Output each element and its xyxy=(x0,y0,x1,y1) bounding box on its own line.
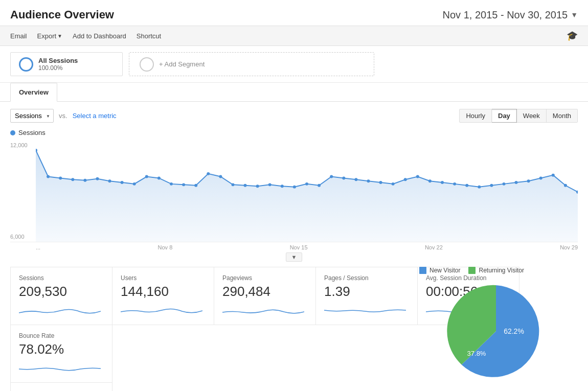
help-icon[interactable]: 🎓 xyxy=(567,30,578,41)
metric-select-wrap: Sessions xyxy=(10,109,54,123)
add-segment-label: + Add Segment xyxy=(159,60,205,68)
pie-chart-svg: 62.2% 37.8% xyxy=(445,280,547,382)
date-range-picker[interactable]: Nov 1, 2015 - Nov 30, 2015 ▼ xyxy=(443,9,578,21)
new-sessions-card-wrap: % New Sessions 62.15% xyxy=(10,382,578,392)
metric-users-value: 144,160 xyxy=(121,284,206,300)
chart-data-point xyxy=(453,182,456,185)
y-label-bottom: 6,000 xyxy=(10,234,36,240)
sessions-legend-dot xyxy=(10,130,15,135)
add-to-dashboard-button[interactable]: Add to Dashboard xyxy=(73,32,126,40)
metric-bounce-label: Bounce Rate xyxy=(19,332,104,339)
segments-bar: All Sessions 100.00% + Add Segment xyxy=(0,46,588,83)
chart-legend: Sessions xyxy=(0,127,588,140)
chart-data-point xyxy=(354,178,357,181)
chart-data-point xyxy=(416,175,419,178)
month-button[interactable]: Month xyxy=(547,109,578,123)
metric-new-sessions: % New Sessions 62.15% xyxy=(10,382,112,392)
chart-data-point xyxy=(465,183,468,187)
returning-visitor-legend: Returning Visitor xyxy=(468,267,524,274)
chart-data-point xyxy=(515,180,518,183)
chart-data-point xyxy=(379,180,382,183)
chart-data-point xyxy=(539,176,542,179)
tabs-bar: Overview xyxy=(0,83,588,102)
chart-data-point xyxy=(342,176,345,179)
new-pct-label: 62.2% xyxy=(504,327,524,335)
metric-sessions-value: 209,530 xyxy=(19,284,104,300)
chart-data-point xyxy=(59,176,62,179)
segment-circle-icon xyxy=(19,57,33,72)
chart-data-point xyxy=(367,179,370,182)
x-label-nov15: Nov 15 xyxy=(290,244,308,250)
segment-name: All Sessions xyxy=(38,57,78,64)
time-buttons-group: Hourly Day Week Month xyxy=(459,109,578,123)
chart-data-point xyxy=(552,173,555,176)
vs-label: vs. xyxy=(59,112,67,120)
chart-data-point xyxy=(281,185,284,188)
chart-data-point xyxy=(330,175,333,178)
chart-data-point xyxy=(503,182,506,185)
chart-data-point xyxy=(527,179,530,182)
week-button[interactable]: Week xyxy=(517,109,547,123)
date-range-arrow-icon: ▼ xyxy=(571,11,578,19)
x-label-nov29: Nov 29 xyxy=(560,244,578,250)
chart-data-point xyxy=(47,175,50,178)
chart-data-point xyxy=(564,183,567,187)
export-arrow-icon: ▼ xyxy=(57,33,62,39)
export-button[interactable]: Export ▼ xyxy=(37,32,62,40)
sparkline-pps xyxy=(324,303,406,318)
chart-expand: ▼ xyxy=(10,252,578,262)
sparkline-users xyxy=(121,303,202,318)
chart-data-point xyxy=(194,183,197,187)
chart-data-point xyxy=(182,183,185,186)
chart-container: 12,000 6,000 ... Nov 8 Nov 15 Nov 22 Nov… xyxy=(0,140,588,262)
all-sessions-segment[interactable]: All Sessions 100.00% xyxy=(10,52,123,76)
chart-data-point xyxy=(490,183,493,187)
chart-data-point xyxy=(404,178,407,181)
metric-sessions: Sessions 209,530 xyxy=(10,267,112,325)
chart-data-point xyxy=(83,178,86,181)
day-button[interactable]: Day xyxy=(492,109,517,123)
metric-pageviews-label: Pageviews xyxy=(222,274,307,282)
add-segment-button[interactable]: + Add Segment xyxy=(129,52,374,76)
new-visitor-legend: New Visitor xyxy=(419,267,460,274)
tab-overview[interactable]: Overview xyxy=(10,83,57,102)
hourly-button[interactable]: Hourly xyxy=(459,109,492,123)
shortcut-button[interactable]: Shortcut xyxy=(137,32,161,40)
chart-data-point xyxy=(392,182,395,185)
chart-data-point xyxy=(96,177,99,180)
returning-pct-label: 37.8% xyxy=(467,350,486,357)
returning-visitor-label: Returning Visitor xyxy=(479,267,524,274)
email-button[interactable]: Email xyxy=(10,32,27,40)
select-metric-link[interactable]: Select a metric xyxy=(73,112,117,120)
pie-chart-section: New Visitor Returning Visitor 62.2% 37.8… xyxy=(414,267,578,382)
sparkline-pageviews xyxy=(222,303,304,318)
chart-data-point xyxy=(157,176,161,179)
sessions-legend-label: Sessions xyxy=(18,129,46,136)
chart-data-point xyxy=(441,180,444,183)
chart-data-point xyxy=(71,178,74,181)
expand-button[interactable]: ▼ xyxy=(286,252,303,262)
chart-xaxis: ... Nov 8 Nov 15 Nov 22 Nov 29 xyxy=(10,242,578,252)
page-header: Audience Overview Nov 1, 2015 - Nov 30, … xyxy=(0,0,588,26)
y-label-top: 12,000 xyxy=(10,142,36,148)
chart-data-point xyxy=(318,183,321,187)
pie-legend: New Visitor Returning Visitor xyxy=(419,267,578,274)
chart-data-point xyxy=(478,185,481,188)
x-label-start: ... xyxy=(36,244,40,250)
segment-pct: 100.00% xyxy=(38,64,78,72)
metric-pageviews: Pageviews 290,484 xyxy=(214,267,316,325)
add-segment-circle-icon xyxy=(140,57,154,72)
chart-data-point xyxy=(428,179,432,182)
metric-pps-label: Pages / Session xyxy=(324,274,409,282)
sparkline-bounce xyxy=(19,360,101,376)
chart-data-point xyxy=(268,183,272,186)
chart-data-point xyxy=(232,183,235,186)
chart-data-point xyxy=(133,182,136,185)
metric-select[interactable]: Sessions xyxy=(10,109,54,123)
chart-data-point xyxy=(244,183,247,187)
metric-users-label: Users xyxy=(121,274,206,282)
date-range-text: Nov 1, 2015 - Nov 30, 2015 xyxy=(443,9,568,21)
x-label-nov22: Nov 22 xyxy=(425,244,443,250)
metric-pps-value: 1.39 xyxy=(324,284,409,300)
new-visitor-color xyxy=(419,267,426,274)
